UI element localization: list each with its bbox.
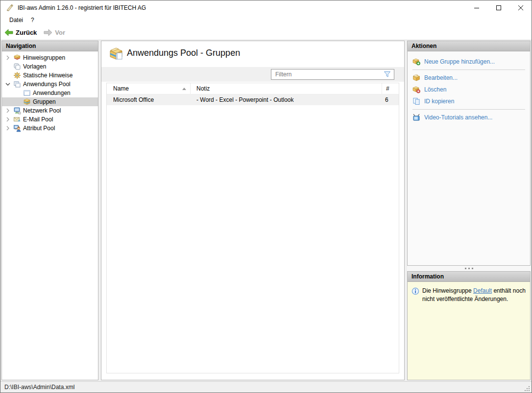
nav-item-email-pool[interactable]: E-Mail Pool	[2, 115, 98, 124]
table-header-row: Name Notiz #	[107, 83, 399, 94]
minimize-button[interactable]	[465, 0, 487, 15]
main-header: Anwendungs Pool - Gruppen	[101, 41, 404, 67]
back-label: Zurück	[16, 29, 37, 36]
status-file-path: D:\IBI-aws\Admin\Data.xml	[4, 384, 74, 391]
action-copy-id[interactable]: ID kopieren	[412, 97, 526, 106]
actions-separator	[412, 69, 525, 70]
information-text: Die Hinweisgruppe Default enthält noch n…	[422, 287, 526, 304]
nav-item-label: Vorlagen	[23, 63, 46, 70]
action-add-group[interactable]: Neue Gruppe hinzufügen...	[412, 57, 526, 66]
back-icon	[4, 29, 13, 36]
menu-datei[interactable]: Datei	[5, 16, 27, 24]
panel-splitter[interactable]	[407, 266, 531, 271]
nav-item-anwendungen[interactable]: Anwendungen	[2, 89, 98, 97]
resize-grip[interactable]	[524, 385, 531, 392]
information-header: Information	[408, 272, 530, 282]
nav-item-attribut-pool[interactable]: Attribut Pool	[2, 124, 98, 133]
action-label: Neue Gruppe hinzufügen...	[424, 58, 495, 65]
cell-count: 6	[382, 96, 399, 103]
nav-item-statische-hinweise[interactable]: Statische Hinweise	[2, 71, 98, 80]
action-edit[interactable]: Bearbeiten...	[412, 73, 526, 82]
action-label: Löschen	[424, 86, 446, 93]
main-panel: Anwendungs Pool - Gruppen Name	[101, 41, 405, 380]
nav-item-label: Gruppen	[33, 98, 56, 105]
video-tutorials-icon	[412, 114, 420, 121]
actions-panel: Aktionen Neue Gruppe hinzufügen...	[407, 41, 531, 266]
email-pool-icon	[13, 116, 21, 123]
edit-group-icon	[412, 74, 420, 82]
actions-list: Neue Gruppe hinzufügen... Bearbeiten...	[408, 51, 530, 122]
static-notices-icon	[13, 71, 21, 79]
page-title-icon	[109, 46, 124, 61]
nav-item-netzwerk-pool[interactable]: Netzwerk Pool	[2, 106, 98, 115]
nav-item-anwendungs-pool[interactable]: Anwendungs Pool	[2, 80, 98, 89]
applications-icon	[23, 89, 31, 97]
toolbar: Zurück Vor	[0, 25, 532, 40]
add-group-icon	[412, 58, 420, 66]
cell-notiz: - Word - Excel - Powerpoint - Outlook	[191, 96, 382, 103]
groups-icon	[23, 98, 31, 106]
chevron-right-icon[interactable]	[4, 124, 12, 132]
network-pool-icon	[13, 107, 21, 115]
default-group-link[interactable]: Default	[473, 287, 492, 294]
delete-group-icon	[412, 86, 420, 93]
app-body: Navigation Hinweisgruppen	[0, 41, 532, 381]
action-label: Bearbeiten...	[424, 74, 458, 81]
chevron-right-icon[interactable]	[4, 54, 12, 62]
close-icon	[518, 5, 524, 11]
filter-input[interactable]	[271, 71, 382, 78]
info-icon	[411, 287, 419, 295]
cell-name: Microsoft Office	[107, 96, 191, 103]
maximize-button[interactable]	[487, 0, 509, 15]
actions-separator	[412, 109, 525, 110]
title-bar: IBI-aws Admin 1.26.0 - registriert für I…	[0, 0, 532, 15]
sort-ascending-icon	[182, 88, 186, 90]
information-panel: Information Die Hinweisgruppe Default en…	[407, 271, 531, 380]
nav-item-label: Anwendungs Pool	[23, 81, 71, 88]
table-row[interactable]: Microsoft Office - Word - Excel - Powerp…	[107, 94, 399, 105]
nav-item-label: Attribut Pool	[23, 125, 55, 132]
chevron-right-icon[interactable]	[4, 107, 12, 115]
status-bar: D:\IBI-aws\Admin\Data.xml	[0, 381, 532, 393]
actions-header: Aktionen	[408, 41, 530, 51]
app-window: IBI-aws Admin 1.26.0 - registriert für I…	[0, 0, 532, 393]
navigation-tree: Hinweisgruppen Vorlagen	[2, 51, 98, 133]
column-header-notiz[interactable]: Notiz	[191, 83, 382, 94]
chevron-down-icon[interactable]	[4, 80, 12, 88]
action-label: ID kopieren	[424, 98, 454, 105]
action-delete[interactable]: Löschen	[412, 85, 526, 94]
nav-item-label: Hinweisgruppen	[23, 54, 65, 61]
application-pool-icon	[13, 80, 21, 88]
forward-label: Vor	[55, 29, 65, 36]
nav-item-label: Statische Hinweise	[23, 72, 73, 79]
back-button[interactable]: Zurück	[1, 26, 40, 39]
window-title: IBI-aws Admin 1.26.0 - registriert für I…	[18, 4, 146, 11]
chevron-right-icon[interactable]	[4, 116, 12, 123]
attribute-pool-icon	[13, 124, 21, 132]
action-label: Video-Tutorials ansehen...	[424, 114, 492, 121]
forward-button[interactable]: Vor	[41, 26, 68, 39]
minimize-icon	[474, 5, 480, 11]
menu-help[interactable]: ?	[27, 16, 38, 24]
nav-item-hinweisgruppen[interactable]: Hinweisgruppen	[2, 53, 98, 62]
action-video-tutorials[interactable]: Video-Tutorials ansehen...	[412, 113, 526, 122]
forward-icon	[44, 29, 52, 36]
column-header-name[interactable]: Name	[107, 83, 191, 94]
nav-item-vorlagen[interactable]: Vorlagen	[2, 62, 98, 71]
close-button[interactable]	[509, 0, 532, 15]
menu-bar: Datei ?	[0, 15, 532, 25]
nav-item-label: Anwendungen	[33, 90, 71, 96]
column-header-count[interactable]: #	[382, 83, 399, 94]
notice-groups-icon	[13, 54, 21, 62]
app-logo-icon	[6, 4, 14, 12]
filter-box	[271, 69, 394, 80]
copy-id-icon	[412, 97, 420, 105]
navigation-panel: Navigation Hinweisgruppen	[1, 41, 98, 380]
nav-item-gruppen[interactable]: Gruppen	[2, 97, 98, 106]
navigation-header: Navigation	[2, 41, 98, 51]
groups-table: Name Notiz # Microsoft Office - Word - E…	[106, 83, 399, 373]
filter-icon[interactable]	[384, 71, 391, 78]
templates-icon	[13, 63, 21, 70]
filter-strip	[101, 67, 404, 82]
page-title: Anwendungs Pool - Gruppen	[127, 48, 240, 58]
